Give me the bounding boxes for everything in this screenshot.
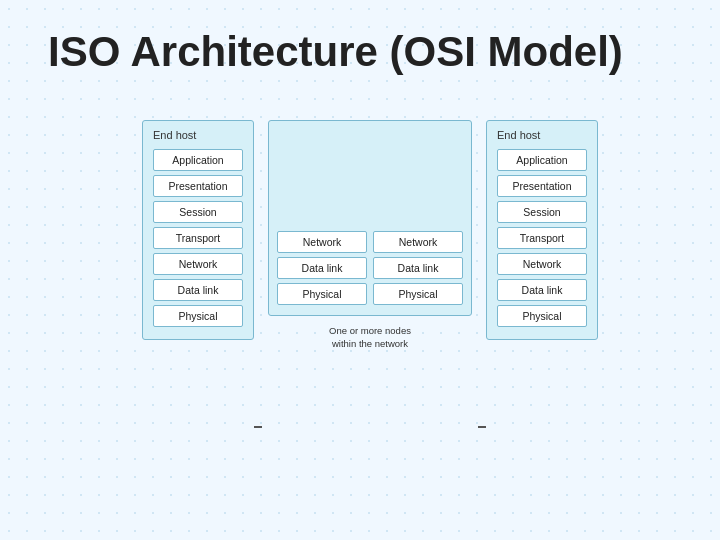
right-layer-physical: Physical — [497, 305, 587, 327]
middle-layer-datalink-left: Data link — [277, 257, 367, 279]
connector-left — [254, 426, 262, 428]
right-layer-session: Session — [497, 201, 587, 223]
middle-caption: One or more nodes within the network — [329, 324, 411, 351]
right-layer-transport: Transport — [497, 227, 587, 249]
left-layer-presentation: Presentation — [153, 175, 243, 197]
left-layer-transport: Transport — [153, 227, 243, 249]
right-layer-network: Network — [497, 253, 587, 275]
left-layer-session: Session — [153, 201, 243, 223]
left-host-label: End host — [153, 129, 196, 141]
middle-physical-row: Physical Physical — [277, 283, 463, 305]
connector-right — [478, 426, 486, 428]
middle-layer-network-left: Network — [277, 231, 367, 253]
middle-inner-box: Network Network Data link Data link Phys… — [268, 120, 472, 316]
middle-layer-physical-left: Physical — [277, 283, 367, 305]
right-layer-application: Application — [497, 149, 587, 171]
right-layer-presentation: Presentation — [497, 175, 587, 197]
right-host-label: End host — [497, 129, 540, 141]
middle-network-row: Network Network — [277, 231, 463, 253]
right-host-box: End host Application Presentation Sessio… — [486, 120, 598, 340]
left-host-box: End host Application Presentation Sessio… — [142, 120, 254, 340]
left-layer-application: Application — [153, 149, 243, 171]
middle-layer-network-right: Network — [373, 231, 463, 253]
left-layer-datalink: Data link — [153, 279, 243, 301]
middle-datalink-row: Data link Data link — [277, 257, 463, 279]
page-title: ISO Architecture (OSI Model) — [48, 28, 623, 76]
diagram-area: End host Application Presentation Sessio… — [40, 120, 700, 520]
left-layer-physical: Physical — [153, 305, 243, 327]
middle-layer-datalink-right: Data link — [373, 257, 463, 279]
right-layer-datalink: Data link — [497, 279, 587, 301]
left-layer-network: Network — [153, 253, 243, 275]
middle-layer-physical-right: Physical — [373, 283, 463, 305]
middle-section: Network Network Data link Data link Phys… — [268, 120, 472, 351]
